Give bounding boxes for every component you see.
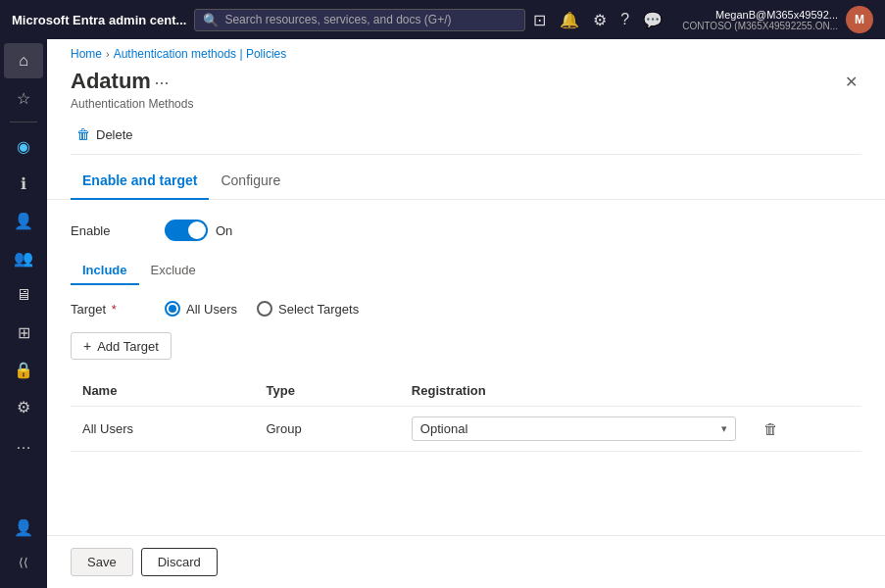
sidebar-item-apps[interactable]: ⊞: [4, 315, 43, 350]
cell-name: All Users: [71, 407, 255, 452]
sidebar-item-favorites[interactable]: ☆: [4, 80, 43, 116]
sidebar-item-security[interactable]: 🔒: [4, 352, 43, 387]
feedback-icon[interactable]: 💬: [643, 11, 663, 29]
notification-icon[interactable]: 🔔: [560, 11, 579, 29]
radio-select-targets-input[interactable]: [257, 301, 272, 317]
enable-toggle[interactable]: [165, 220, 208, 241]
toolbar-divider: [71, 154, 861, 155]
sidebar-item-groups[interactable]: 👥: [4, 240, 43, 275]
col-type-header: Type: [255, 375, 400, 407]
user-info: MeganB@M365x49592... CONTOSO (M365X49592…: [682, 9, 838, 31]
enable-label: Enable: [71, 223, 149, 238]
settings-icon[interactable]: ⚙: [593, 11, 607, 29]
add-target-plus-icon: +: [83, 338, 91, 354]
sidebar-item-profile[interactable]: 👤: [4, 510, 43, 545]
page-more-button[interactable]: ···: [155, 73, 170, 92]
topbar: Microsoft Entra admin cent... 🔍 ⊡ 🔔 ⚙ ? …: [0, 0, 885, 39]
sidebar-item-identity[interactable]: ◉: [4, 128, 43, 164]
table-body: All Users Group Optional ▾ 🗑: [71, 407, 861, 452]
enable-row: Enable On: [71, 220, 861, 241]
tab-enable-target[interactable]: Enable and target: [71, 163, 209, 200]
target-label: Target *: [71, 302, 149, 317]
row-delete-button[interactable]: 🗑: [760, 416, 782, 441]
breadcrumb-sep-1: ›: [106, 48, 110, 60]
add-target-button[interactable]: + Add Target: [71, 332, 172, 360]
required-star: *: [108, 302, 117, 317]
search-icon: 🔍: [203, 13, 219, 27]
table-row: All Users Group Optional ▾ 🗑: [71, 407, 861, 452]
subtab-exclude[interactable]: Exclude: [139, 257, 208, 285]
breadcrumb-section[interactable]: Authentication methods | Policies: [114, 47, 287, 61]
breadcrumb-home[interactable]: Home: [71, 47, 102, 61]
sidebar-sep-1: [10, 122, 37, 122]
radio-all-users-label: All Users: [186, 302, 237, 317]
help-icon[interactable]: ?: [620, 11, 629, 28]
toolbar: 🗑 Delete: [47, 111, 885, 146]
main-layout: ⌂ ☆ ◉ ℹ 👤 👥 🖥 ⊞ 🔒 ⚙ … 👤 ⟨⟨ Home › Authen…: [0, 39, 885, 588]
search-input[interactable]: [224, 13, 516, 26]
user-tenant: CONTOSO (M365X49592255.ON...: [682, 21, 838, 31]
sidebar-item-home[interactable]: ⌂: [4, 43, 43, 78]
topbar-search-container: 🔍: [194, 9, 525, 31]
page-title: Adatum: [71, 69, 151, 93]
subtab-include[interactable]: Include: [71, 257, 139, 285]
close-button[interactable]: ✕: [841, 69, 861, 95]
sidebar-item-users[interactable]: 👤: [4, 203, 43, 238]
save-button[interactable]: Save: [71, 548, 133, 576]
sidebar-item-protection[interactable]: ⚙: [4, 389, 43, 424]
registration-value: Optional: [420, 421, 467, 436]
topbar-brand: Microsoft Entra admin cent...: [12, 13, 186, 27]
sidebar-item-collapse[interactable]: ⟨⟨: [4, 545, 43, 580]
page-subtitle: Authentication Methods: [47, 97, 885, 111]
cell-actions: 🗑: [748, 407, 861, 452]
radio-select-targets-label: Select Targets: [278, 302, 359, 317]
page-header: Adatum ··· ✕: [47, 69, 885, 95]
sidebar-item-more[interactable]: …: [4, 426, 43, 462]
delete-button[interactable]: 🗑 Delete: [71, 122, 139, 146]
radio-all-users-input[interactable]: [165, 301, 180, 317]
radio-all-users[interactable]: All Users: [165, 301, 237, 317]
registration-dropdown[interactable]: Optional ▾: [412, 416, 736, 441]
delete-icon: 🗑: [76, 126, 90, 142]
col-registration-header: Registration: [400, 375, 748, 407]
page-header-left: Adatum ···: [71, 69, 170, 94]
toggle-state-label: On: [216, 223, 232, 238]
topbar-icons: ⊡ 🔔 ⚙ ? 💬 MeganB@M365x49592... CONTOSO (…: [533, 6, 873, 33]
radio-select-targets[interactable]: Select Targets: [257, 301, 359, 317]
user-name: MeganB@M365x49592...: [715, 9, 838, 21]
target-row: Target * All Users Select Targets: [71, 301, 861, 317]
sub-tabs: Include Exclude: [71, 257, 861, 285]
form-footer: Save Discard: [47, 535, 885, 588]
sidebar-item-devices[interactable]: 🖥: [4, 277, 43, 313]
user-menu[interactable]: MeganB@M365x49592... CONTOSO (M365X49592…: [682, 6, 873, 33]
cell-type: Group: [255, 407, 400, 452]
content-area: Home › Authentication methods | Policies…: [47, 39, 885, 588]
sidebar-bottom: 👤 ⟨⟨: [4, 510, 43, 588]
sidebar-item-info[interactable]: ℹ: [4, 166, 43, 201]
form-content: Enable On Include Exclude Target *: [47, 200, 885, 535]
targets-table: Name Type Registration All Users Group O…: [71, 375, 861, 452]
portal-icon[interactable]: ⊡: [533, 11, 546, 29]
col-name-header: Name: [71, 375, 255, 407]
tab-configure[interactable]: Configure: [209, 163, 292, 200]
discard-button[interactable]: Discard: [141, 548, 218, 576]
toggle-wrapper: On: [165, 220, 232, 241]
col-actions-header: [748, 375, 861, 407]
table-header: Name Type Registration: [71, 375, 861, 407]
breadcrumb: Home › Authentication methods | Policies: [47, 39, 885, 69]
chevron-down-icon: ▾: [721, 422, 727, 435]
cell-registration: Optional ▾: [400, 407, 748, 452]
main-tabs: Enable and target Configure: [47, 163, 885, 200]
sidebar: ⌂ ☆ ◉ ℹ 👤 👥 🖥 ⊞ 🔒 ⚙ … 👤 ⟨⟨: [0, 39, 47, 588]
avatar: M: [846, 6, 873, 33]
radio-group: All Users Select Targets: [165, 301, 359, 317]
